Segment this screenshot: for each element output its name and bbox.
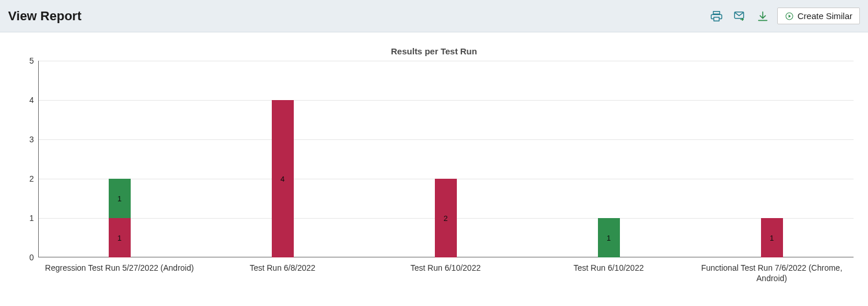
bar-stack: 1 — [761, 218, 783, 257]
bar-slot: 1 — [690, 61, 854, 257]
y-tick-label: 0 — [14, 253, 34, 262]
create-similar-button[interactable]: Create Similar — [777, 8, 860, 24]
svg-rect-1 — [714, 17, 719, 20]
x-tick-label: Test Run 6/10/2022 — [364, 263, 527, 283]
chart-title: Results per Test Run — [5, 46, 863, 56]
x-axis-labels: Regression Test Run 5/27/2022 (Android)T… — [38, 263, 854, 283]
mail-forward-icon — [733, 10, 746, 23]
bar-segment: 2 — [435, 179, 457, 257]
print-button[interactable] — [708, 8, 725, 25]
chart-container: Results per Test Run 012345 114211 Regre… — [0, 32, 868, 306]
page-title: View Report — [8, 9, 82, 24]
print-icon — [710, 10, 723, 23]
svg-rect-0 — [713, 11, 719, 14]
x-tick-label: Test Run 6/10/2022 — [527, 263, 690, 283]
bar-slot: 2 — [364, 61, 527, 257]
bar-slot: 11 — [38, 61, 201, 257]
download-icon — [756, 10, 769, 23]
y-tick-label: 1 — [14, 213, 34, 223]
y-tick-label: 5 — [14, 56, 34, 65]
x-tick-label: Functional Test Run 7/6/2022 (Chrome, An… — [690, 263, 854, 283]
toolbar: Create Similar — [708, 8, 860, 25]
download-button[interactable] — [754, 8, 771, 25]
bar-segment: 1 — [598, 218, 620, 257]
x-tick-label: Regression Test Run 5/27/2022 (Android) — [38, 263, 201, 283]
bar-segment: 1 — [109, 179, 131, 218]
bar-stack: 1 — [598, 218, 620, 257]
bar-slot: 1 — [527, 61, 690, 257]
bar-chart: 012345 114211 Regression Test Run 5/27/2… — [12, 61, 856, 304]
bar-stack: 4 — [272, 100, 294, 257]
bar-segment: 1 — [109, 218, 131, 257]
bar-segment: 4 — [272, 100, 294, 257]
create-similar-label: Create Similar — [797, 11, 852, 21]
bars-group: 114211 — [38, 61, 854, 257]
play-circle-icon — [785, 12, 794, 21]
y-tick-label: 3 — [14, 135, 34, 144]
bar-stack: 2 — [435, 179, 457, 257]
bar-slot: 4 — [201, 61, 364, 257]
bar-stack: 11 — [109, 179, 131, 257]
send-button[interactable] — [731, 8, 748, 25]
y-tick-label: 2 — [14, 174, 34, 183]
x-tick-label: Test Run 6/8/2022 — [201, 263, 364, 283]
bar-segment: 1 — [761, 218, 783, 257]
y-tick-label: 4 — [14, 95, 34, 105]
header-bar: View Report — [0, 0, 868, 32]
